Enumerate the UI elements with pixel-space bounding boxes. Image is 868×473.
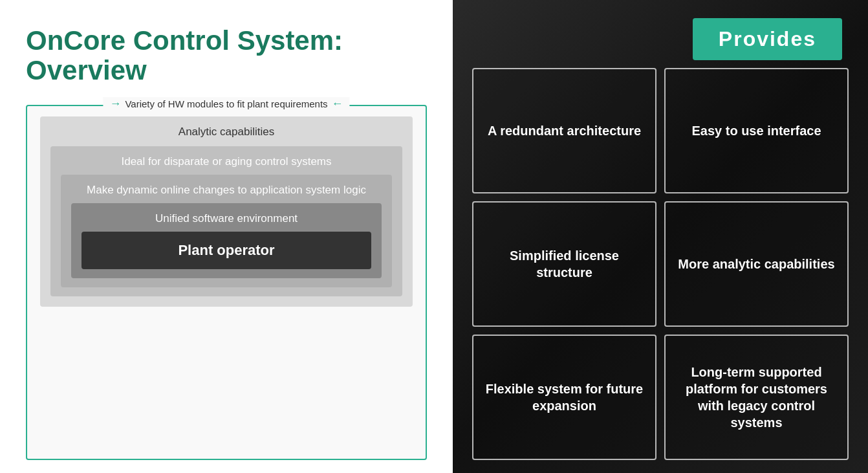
diagram-container: → Variety of HW modules to fit plant req… <box>26 105 427 460</box>
variety-label: → Variety of HW modules to fit plant req… <box>103 97 349 111</box>
arrow-left-icon: → <box>109 97 121 111</box>
dynamic-label: Make dynamic online changes to applicati… <box>71 184 382 197</box>
feature-text-flexible: Flexible system for future expansion <box>484 380 645 414</box>
box-dynamic: Make dynamic online changes to applicati… <box>61 175 392 287</box>
right-panel: Provides A redundant architecture Easy t… <box>453 0 868 473</box>
page-title: OnCore Control System:Overview <box>26 26 427 85</box>
feature-box-redundant: A redundant architecture <box>472 68 656 193</box>
feature-text-license: Simplified license structure <box>484 247 645 281</box>
feature-text-longterm: Long-term supported platform for custome… <box>676 364 837 431</box>
box-disparate: Ideal for disparate or aging control sys… <box>50 146 402 296</box>
feature-box-easy-use: Easy to use interface <box>664 68 849 193</box>
feature-text-analytic: More analytic capabilities <box>678 256 834 272</box>
arrow-right-icon: ← <box>332 97 343 111</box>
box-analytic: Analytic capabilities Ideal for disparat… <box>40 116 413 307</box>
left-panel: OnCore Control System:Overview → Variety… <box>0 0 453 473</box>
disparate-label: Ideal for disparate or aging control sys… <box>61 155 392 168</box>
operator-label: Plant operator <box>92 242 361 259</box>
feature-text-redundant: A redundant architecture <box>488 122 641 139</box>
feature-box-longterm: Long-term supported platform for custome… <box>664 335 849 460</box>
feature-text-easy-use: Easy to use interface <box>691 122 821 139</box>
provides-header: Provides <box>693 18 842 60</box>
provides-label: Provides <box>719 27 816 50</box>
box-unified: Unified software environment Plant opera… <box>71 203 382 278</box>
feature-box-flexible: Flexible system for future expansion <box>472 335 656 460</box>
feature-box-license: Simplified license structure <box>472 201 656 327</box>
feature-box-analytic: More analytic capabilities <box>664 201 849 327</box>
box-operator: Plant operator <box>81 232 371 269</box>
features-grid: A redundant architecture Easy to use int… <box>472 68 849 460</box>
unified-label: Unified software environment <box>81 212 371 225</box>
analytic-label: Analytic capabilities <box>50 126 402 138</box>
